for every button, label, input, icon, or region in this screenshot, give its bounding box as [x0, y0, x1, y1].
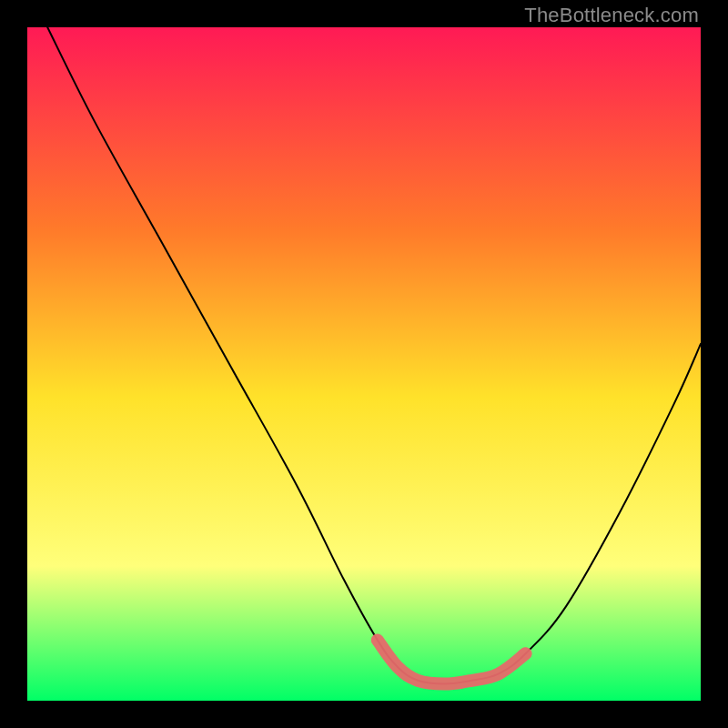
- chart-frame: [27, 27, 701, 701]
- gradient-background: [27, 27, 701, 701]
- bottleneck-plot: [27, 27, 701, 701]
- watermark-text: TheBottleneck.com: [524, 4, 699, 27]
